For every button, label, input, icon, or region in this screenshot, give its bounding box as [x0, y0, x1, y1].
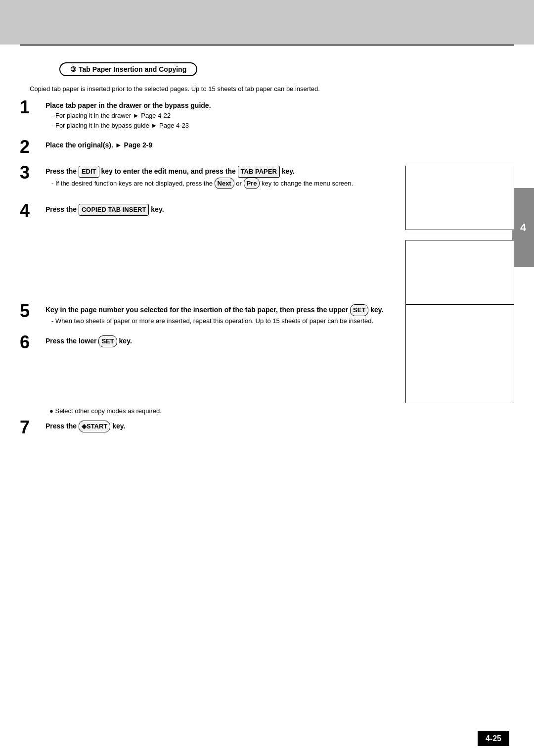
step-3-main: Press the EDIT key to enter the edit men… [45, 166, 386, 178]
step-1-content: Place tab paper in the drawer or the byp… [45, 100, 514, 130]
step-7-row: 7 Press the ◈START key. [20, 421, 514, 436]
step-6-main: Press the lower SET key. [45, 335, 386, 347]
set-key-lower: SET [98, 335, 117, 347]
step-3-number: 3 [20, 164, 45, 182]
steps-area: 1 Place tab paper in the drawer or the b… [0, 100, 534, 436]
step-5-row: 5 Key in the page number you selected fo… [20, 304, 396, 326]
step-2-number: 2 [20, 138, 45, 156]
step-5-6-screenshot [405, 304, 514, 403]
bullet-note-text: ● Select other copy modes as required. [49, 407, 162, 415]
step-4-main: Press the COPIED TAB INSERT key. [45, 204, 386, 216]
top-banner [0, 0, 534, 45]
section-title-box: ③ Tab Paper Insertion and Copying [59, 62, 197, 76]
step-4-screenshot [405, 240, 514, 304]
step-7-main: Press the ◈START key. [45, 421, 504, 432]
steps-3-4-screenshots [396, 166, 514, 304]
step-5-main: Key in the page number you selected for … [45, 304, 386, 316]
step-3-sub-1: - If the desired function keys are not d… [51, 178, 386, 189]
step-5-content: Key in the page number you selected for … [45, 304, 396, 326]
page-number: 4-25 [478, 731, 509, 746]
pre-key: Pre [244, 178, 260, 189]
step-3-content: Press the EDIT key to enter the edit men… [45, 166, 396, 189]
steps-5-6-left: 5 Key in the page number you selected fo… [20, 304, 396, 403]
step-1-main: Place tab paper in the drawer or the byp… [45, 100, 504, 111]
step-4-number: 4 [20, 202, 45, 220]
step-2-row: 2 Place the original(s). ► Page 2-9 [20, 140, 514, 156]
step-3-screenshot [405, 166, 514, 230]
steps-5-6-screenshots [396, 304, 514, 403]
step-1-sub-2: - For placing it in the bypass guide ► P… [51, 121, 504, 131]
step-4-row: 4 Press the COPIED TAB INSERT key. [20, 204, 396, 220]
step-6-number: 6 [20, 333, 45, 351]
next-key: Next [215, 178, 234, 189]
step-4-content: Press the COPIED TAB INSERT key. [45, 204, 396, 216]
steps-3-4-left: 3 Press the EDIT key to enter the edit m… [20, 166, 396, 304]
step-3-row: 3 Press the EDIT key to enter the edit m… [20, 166, 396, 189]
steps-3-4-area: 3 Press the EDIT key to enter the edit m… [20, 166, 514, 304]
step-7-content: Press the ◈START key. [45, 421, 514, 432]
step-2-content: Place the original(s). ► Page 2-9 [45, 140, 514, 150]
step-1-row: 1 Place tab paper in the drawer or the b… [20, 100, 514, 130]
intro-text: Copied tab paper is inserted prior to th… [30, 85, 504, 93]
step-1-number: 1 [20, 98, 45, 116]
step-6-row: 6 Press the lower SET key. [20, 335, 396, 351]
step-5-number: 5 [20, 302, 45, 320]
step-5-sub-1: - When two sheets of paper or more are i… [51, 316, 386, 326]
tab-paper-key: TAB PAPER [238, 166, 280, 178]
section-title: Tab Paper Insertion and Copying [79, 65, 186, 73]
section-circle-number: ③ [70, 65, 77, 73]
edit-key: EDIT [79, 166, 99, 178]
step-2-main: Place the original(s). ► Page 2-9 [45, 140, 504, 150]
step-7-number: 7 [20, 419, 45, 436]
copied-tab-insert-key: COPIED TAB INSERT [79, 204, 149, 216]
start-key: ◈START [79, 421, 110, 432]
step-6-content: Press the lower SET key. [45, 335, 396, 347]
step-1-sub-1: - For placing it in the drawer ► Page 4-… [51, 111, 504, 121]
steps-5-6-area: 5 Key in the page number you selected fo… [20, 304, 514, 403]
bullet-note: ● Select other copy modes as required. [49, 407, 514, 415]
set-key-upper: SET [350, 304, 368, 316]
